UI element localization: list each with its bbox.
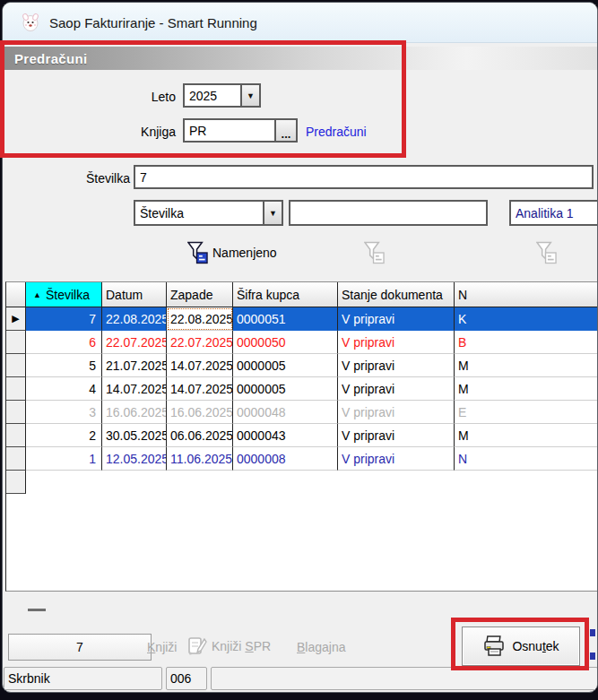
namenjeno-label: Namenjeno: [212, 246, 293, 260]
cell-datum[interactable]: 16.06.2025: [102, 401, 167, 424]
cell-zapade[interactable]: 11.06.2025: [167, 447, 233, 471]
ellipsis-icon: ...: [282, 128, 291, 141]
cell-n[interactable]: K: [455, 307, 598, 331]
panel-caption: Predračuni: [14, 51, 87, 66]
cell-stanje[interactable]: V pripravi: [338, 424, 455, 447]
table-header-row: ▲ Številka Datum Zapade Šifra kupca Stan…: [6, 282, 598, 307]
cell-sifra[interactable]: 0000050: [233, 331, 338, 354]
cell-stanje[interactable]: V pripravi: [338, 307, 455, 331]
cell-stevilka[interactable]: 2: [26, 424, 102, 447]
selector-header: [6, 282, 26, 307]
cell-n[interactable]: M: [455, 377, 598, 401]
analitika-combobox[interactable]: Analitika 1: [509, 200, 598, 226]
cell-zapade[interactable]: 06.06.2025: [167, 424, 233, 447]
cell-datum[interactable]: 21.07.2025: [102, 354, 167, 377]
table-row-empty: [6, 471, 598, 494]
cell-stanje[interactable]: V pripravi: [338, 401, 455, 424]
cell-stevilka[interactable]: 5: [26, 354, 102, 377]
filter-inactive-icon[interactable]: [536, 240, 557, 265]
cell-zapade[interactable]: 14.07.2025: [167, 354, 233, 377]
column-header-stevilka[interactable]: ▲ Številka: [26, 282, 102, 307]
knjiga-description-link[interactable]: Predračuni: [306, 125, 367, 139]
cell-stevilka[interactable]: 3: [26, 401, 102, 424]
table-row[interactable]: 230.05.202506.06.20250000043V pripraviM: [6, 424, 598, 447]
analitika-value: Analitika 1: [511, 206, 598, 220]
statusbar-code: 006: [170, 671, 191, 686]
column-header-n[interactable]: N: [455, 282, 598, 307]
leto-combobox[interactable]: 2025 ▼: [183, 83, 261, 108]
cell-stanje[interactable]: V pripravi: [338, 377, 455, 401]
cell-sifra[interactable]: 0000008: [233, 447, 338, 471]
table-row[interactable]: 414.07.202514.07.20250000005V pripraviM: [6, 377, 598, 401]
statusbar-user-panel: Skrbnik: [4, 667, 162, 690]
cell-stevilka[interactable]: 4: [26, 377, 102, 401]
cell-stanje[interactable]: V pripravi: [338, 354, 455, 377]
row-selector[interactable]: [6, 401, 26, 424]
cell-n[interactable]: N: [455, 447, 598, 471]
window-title: Saop Fakturiranje - Smart Running: [49, 15, 257, 30]
filter-text-input[interactable]: [289, 200, 488, 226]
table-body: ▶722.08.202522.08.20250000051V pripraviK…: [6, 307, 598, 494]
leto-dropdown-button[interactable]: ▼: [240, 85, 259, 106]
cell-sifra[interactable]: 0000051: [233, 307, 338, 331]
knjizi-button[interactable]: Knjiži: [147, 640, 177, 654]
filter-inactive-icon[interactable]: [364, 240, 385, 265]
column-header-stanje-dokumenta[interactable]: Stanje dokumenta: [338, 282, 455, 307]
blagajna-button[interactable]: Blagajna: [297, 640, 346, 654]
cell-n[interactable]: B: [455, 331, 598, 354]
splitter-handle[interactable]: [28, 609, 46, 611]
filter-field-combobox[interactable]: Številka ▼: [134, 200, 283, 226]
record-count-box: 7: [8, 634, 152, 661]
cell-n[interactable]: E: [455, 401, 598, 424]
row-selector[interactable]: ▶: [6, 307, 26, 331]
table-row[interactable]: 316.06.202516.06.20250000048V pripraviE: [6, 401, 598, 424]
cell-stanje[interactable]: V pripravi: [338, 331, 455, 354]
cell-datum[interactable]: 12.05.2025: [102, 447, 167, 471]
knjizi-spr-button[interactable]: Knjiži SPR: [186, 635, 271, 658]
row-selector[interactable]: [6, 424, 26, 447]
row-selector[interactable]: [6, 331, 26, 354]
statusbar-extra-panel: [211, 667, 598, 690]
stevilka-input[interactable]: 7: [134, 165, 594, 189]
cell-stanje[interactable]: V pripravi: [338, 447, 455, 471]
table-row[interactable]: 622.07.202522.07.20250000050V pripraviB: [6, 331, 598, 354]
cell-zapade[interactable]: 22.07.2025: [167, 331, 233, 354]
table-row[interactable]: ▶722.08.202522.08.20250000051V pripraviK: [6, 307, 598, 331]
cell-stevilka[interactable]: 1: [26, 447, 102, 471]
row-selector[interactable]: [6, 354, 26, 377]
knjiga-lookup-button[interactable]: ...: [274, 120, 296, 141]
stevilka-value: 7: [135, 170, 592, 185]
column-header-sifra-kupca[interactable]: Šifra kupca: [233, 282, 338, 307]
table-row[interactable]: 521.07.202514.07.20250000005V pripraviM: [6, 354, 598, 377]
desktop-background: Saop Fakturiranje - Smart Running Predra…: [0, 0, 598, 700]
cell-sifra[interactable]: 0000005: [233, 377, 338, 401]
cell-zapade[interactable]: 22.08.2025: [167, 307, 233, 331]
cell-datum[interactable]: 22.08.2025: [102, 307, 167, 331]
row-selector[interactable]: [6, 377, 26, 401]
row-selector[interactable]: [6, 447, 26, 471]
cell-sifra[interactable]: 0000005: [233, 354, 338, 377]
app-window: Saop Fakturiranje - Smart Running Predra…: [2, 2, 598, 693]
documents-table: ▲ Številka Datum Zapade Šifra kupca Stan…: [5, 281, 598, 592]
cell-n[interactable]: M: [455, 424, 598, 447]
cell-zapade[interactable]: 14.07.2025: [167, 377, 233, 401]
cell-datum[interactable]: 14.07.2025: [102, 377, 167, 401]
leto-label: Leto: [110, 90, 176, 104]
knjiga-input[interactable]: PR ...: [183, 118, 298, 143]
filter-field-dropdown-button[interactable]: ▼: [263, 202, 282, 224]
osnutek-button[interactable]: Osnutek: [462, 627, 580, 666]
column-header-datum[interactable]: Datum: [102, 282, 167, 307]
cell-n[interactable]: M: [455, 354, 598, 377]
statusbar-code-panel: 006: [166, 667, 207, 690]
cell-sifra[interactable]: 0000048: [233, 401, 338, 424]
printer-icon: [482, 635, 506, 657]
cell-stevilka[interactable]: 6: [26, 331, 102, 354]
filter-active-icon[interactable]: [187, 240, 208, 265]
table-row[interactable]: 112.05.202511.06.20250000008V pripraviN: [6, 447, 598, 471]
cell-zapade[interactable]: 16.06.2025: [167, 401, 233, 424]
cell-datum[interactable]: 22.07.2025: [102, 331, 167, 354]
cell-datum[interactable]: 30.05.2025: [102, 424, 167, 447]
column-header-zapade[interactable]: Zapade: [167, 282, 233, 307]
cell-stevilka[interactable]: 7: [26, 307, 102, 331]
cell-sifra[interactable]: 0000043: [233, 424, 338, 447]
